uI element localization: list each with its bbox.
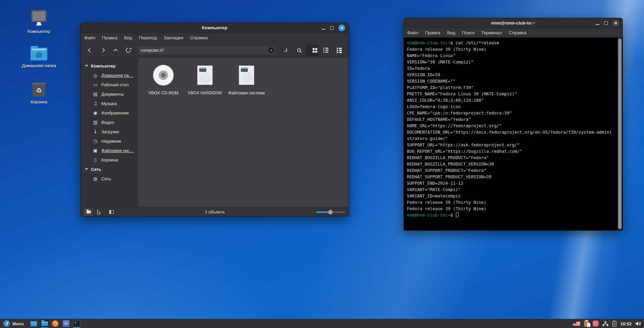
desktop-icon-label: Компьютер: [15, 29, 62, 34]
browser-launcher[interactable]: [51, 319, 60, 328]
sidebar-item-label: Рабочий стол: [101, 82, 129, 87]
sidebar-item[interactable]: Корзина: [81, 155, 138, 165]
file-icon: [153, 65, 173, 85]
sidebar-item[interactable]: Видео: [81, 118, 138, 127]
status-text: 3 объекта: [81, 209, 348, 215]
sidebar-item-icon: [92, 176, 98, 181]
menu-item[interactable]: Правка: [422, 28, 444, 38]
package-updater-icon[interactable]: [593, 321, 599, 327]
show-desktop-button[interactable]: [29, 319, 39, 328]
minimize-icon[interactable]: [596, 24, 599, 25]
fm-titlebar[interactable]: Компьютер ×: [81, 23, 348, 33]
keyboard-layout-us-flag-icon[interactable]: [573, 321, 580, 326]
menu-item[interactable]: Справка: [186, 33, 211, 43]
bottom-panel: f Menu $_ 10:52: [0, 319, 644, 328]
menu-item[interactable]: Справка: [505, 28, 530, 38]
expander-icon[interactable]: [85, 168, 88, 170]
menu-item[interactable]: Файл: [81, 33, 99, 43]
edit-location-button[interactable]: .J: [279, 45, 291, 56]
menu-item[interactable]: Закладки: [160, 33, 186, 43]
sidebar-item[interactable]: Музыка: [81, 99, 138, 108]
terminal-icon: $_: [73, 320, 80, 327]
compact-view-button[interactable]: [333, 45, 345, 56]
power-battery-icon[interactable]: [612, 321, 617, 327]
volume-icon[interactable]: [635, 321, 641, 326]
sidebar-item-label: Корзина: [101, 157, 118, 162]
sidebar-item-icon: [92, 120, 98, 125]
zoom-slider-knob[interactable]: [328, 210, 333, 215]
up-button[interactable]: [110, 45, 121, 56]
list-view-button[interactable]: [320, 45, 332, 56]
file-manager-launcher[interactable]: [40, 319, 49, 328]
terminal-content[interactable]: nnm@nnm-club-to:~$ cat /etc/*release Fed…: [404, 38, 623, 231]
back-button[interactable]: [84, 45, 96, 56]
minimize-icon[interactable]: [322, 29, 325, 30]
desktop-wallpaper: Компьютер Домашняя папка ♻ Корзина Компь…: [0, 0, 644, 328]
clipboard-icon[interactable]: [584, 321, 589, 327]
compact-view-icon: [337, 48, 338, 49]
sidebar-item-icon: [92, 148, 98, 153]
sidebar-item[interactable]: Документы: [81, 89, 138, 99]
mail-launcher[interactable]: [61, 319, 71, 328]
sidebar-item[interactable]: Домашняя па…: [81, 71, 138, 80]
file-label: VBOX HARDDISK: [188, 91, 222, 95]
sidebar-item[interactable]: Файловая сис…: [81, 146, 138, 155]
close-icon[interactable]: ×: [338, 25, 345, 31]
sidebar-item-icon: [92, 101, 98, 106]
icon-view-icon: [313, 48, 315, 50]
terminal-menubar: ФайлПравкаВидПоискТерминалСправка: [404, 28, 623, 38]
terminal-prompt: nnm@nnm-club-to: [407, 213, 445, 218]
sidebar-section-computer[interactable]: Компьютер: [81, 61, 138, 71]
sidebar-item[interactable]: Рабочий стол: [81, 80, 138, 89]
menu-item[interactable]: Файл: [404, 28, 422, 38]
desktop-icon-computer[interactable]: Компьютер: [15, 9, 62, 34]
fm-files-view[interactable]: VBOX CD-ROM VBOX HARDDISK Файловая систе…: [138, 58, 348, 207]
sidebar-item-icon: [92, 138, 98, 144]
menu-item[interactable]: Поиск: [459, 28, 478, 38]
desktop-icon-home-folder[interactable]: Домашняя папка: [15, 43, 62, 68]
menu-item[interactable]: Переход: [136, 33, 160, 43]
search-button[interactable]: [293, 45, 305, 56]
refresh-button[interactable]: [122, 45, 134, 56]
file-item[interactable]: VBOX HARDDISK: [184, 62, 226, 95]
maximize-icon[interactable]: [330, 26, 334, 30]
refresh-icon: [124, 47, 131, 54]
terminal-launcher[interactable]: $_: [72, 319, 82, 328]
home-folder-icon: [31, 48, 47, 60]
file-item[interactable]: Файловая система: [226, 62, 267, 95]
fm-toolbar: × .J: [81, 43, 348, 58]
maximize-icon[interactable]: [604, 21, 608, 25]
file-label: Файловая система: [228, 91, 265, 95]
clear-location-icon[interactable]: ×: [268, 47, 274, 53]
menu-item[interactable]: Вид: [444, 28, 459, 38]
fm-statusbar: 3 объекта: [81, 207, 348, 217]
sidebar-item-label: Домашняя па…: [101, 73, 133, 78]
terminal-command: cat /etc/*release: [455, 40, 499, 45]
sidebar-section-network[interactable]: Сеть: [81, 165, 138, 174]
sidebar-item-label: Видео: [101, 120, 114, 125]
zoom-slider[interactable]: [316, 212, 345, 213]
icon-view-button[interactable]: [306, 45, 318, 56]
desktop-icon-label: Домашняя папка: [15, 63, 62, 68]
clock[interactable]: 10:52: [621, 321, 632, 326]
menu-button[interactable]: f Menu: [3, 319, 26, 328]
location-input[interactable]: [137, 46, 276, 55]
terminal-titlebar[interactable]: nnm@nnm-club-to:~ ×: [404, 18, 623, 28]
sidebar-item[interactable]: Загрузки: [81, 127, 138, 136]
menu-item[interactable]: Вид: [121, 33, 136, 43]
desktop-icon-trash[interactable]: ♻ Корзина: [15, 79, 62, 104]
forward-button[interactable]: [97, 45, 108, 56]
sidebar-item[interactable]: Недавние: [81, 136, 138, 146]
sidebar-item-label: Загрузки: [101, 129, 119, 134]
terminal-scrollbar[interactable]: [618, 38, 622, 230]
menu-item[interactable]: Правка: [99, 33, 121, 43]
desktop-icon-label: Корзина: [15, 99, 62, 104]
menu-item[interactable]: Терминал: [478, 28, 505, 38]
close-icon[interactable]: ×: [612, 20, 619, 27]
terminal-scrollbar-thumb[interactable]: [618, 39, 622, 229]
sidebar-item[interactable]: Сеть: [81, 174, 138, 183]
sidebar-item[interactable]: Изображения: [81, 108, 138, 118]
network-icon[interactable]: [602, 321, 608, 326]
expander-icon[interactable]: [85, 65, 88, 67]
file-item[interactable]: VBOX CD-ROM: [143, 62, 184, 95]
